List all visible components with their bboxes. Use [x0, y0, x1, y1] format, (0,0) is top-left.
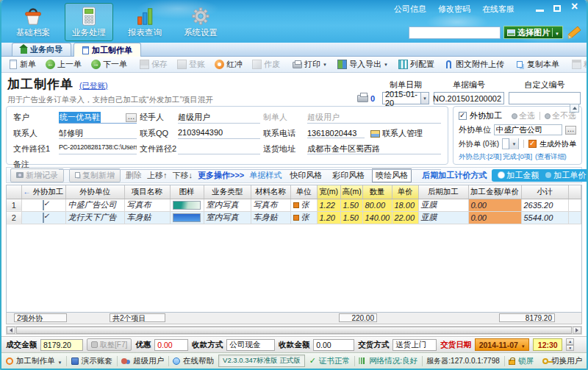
qq-value[interactable]: 2103944390	[178, 128, 260, 139]
phone-value[interactable]: 13618020443	[307, 129, 365, 138]
change-password-link[interactable]: 修改密码	[438, 4, 470, 15]
unit-cell[interactable]: 张	[290, 199, 317, 211]
image-search-input[interactable]	[409, 26, 501, 39]
unit-price-cell[interactable]: 18.00	[392, 199, 418, 211]
outsource-cell[interactable]	[21, 211, 65, 224]
dropdown-arrow-icon[interactable]	[509, 138, 518, 149]
post-processing-cell[interactable]: 亚膜	[418, 199, 468, 211]
toolbar-button[interactable]: 红冲	[211, 59, 248, 70]
column-header[interactable]: 项目名称	[124, 185, 170, 199]
thumbnail-image[interactable]	[173, 201, 201, 210]
current-user-item[interactable]: 超级用户	[121, 356, 164, 366]
minimize-button[interactable]	[536, 10, 544, 12]
column-header[interactable]: 数量	[362, 185, 392, 199]
height-cell[interactable]: 1.50	[340, 199, 362, 211]
company-info-link[interactable]: 公司信息	[394, 4, 426, 15]
online-help-item[interactable]: 在线帮助	[173, 356, 214, 366]
delivery-time-input[interactable]: 12:30	[533, 338, 562, 351]
outsource-checkbox[interactable]	[459, 112, 467, 120]
delivery-method-input[interactable]: 送货上门	[392, 339, 437, 351]
quantity-cell[interactable]: 80.00	[362, 199, 392, 211]
round-button[interactable]: 取整[F7]	[87, 338, 132, 351]
toolbar-button[interactable]: 列配置	[395, 59, 440, 70]
toolbar-button[interactable]: 登账	[173, 59, 211, 70]
customer-combo[interactable]: 统一优马鞋	[59, 112, 137, 124]
address-value[interactable]: 成都市金牛区蜀西路	[307, 143, 441, 154]
width-cell[interactable]: 1.20	[317, 211, 340, 224]
pay-amount-input[interactable]: 0.00	[313, 339, 354, 351]
pricing-radio[interactable]: 加工单价	[545, 170, 586, 181]
column-header[interactable]: 单价	[392, 185, 418, 199]
toolbar-button[interactable]: 图文附件上传	[440, 59, 510, 70]
custom-no-field[interactable]	[509, 92, 581, 104]
pay-method-input[interactable]: 公司现金	[226, 339, 275, 351]
posted-status-link[interactable]: (已登账)	[79, 81, 108, 91]
online-service-link[interactable]: 在线客服	[482, 4, 514, 15]
customer-value[interactable]: 统一优马鞋	[59, 112, 101, 123]
pricing-radio[interactable]: 加工金额	[498, 170, 539, 181]
width-cell[interactable]: 1.22	[317, 199, 340, 211]
view-detail-link[interactable]: (查看详细)	[535, 152, 567, 162]
spin-down-icon[interactable]	[566, 345, 574, 352]
toolbar-button[interactable]: 下一单	[87, 59, 133, 70]
toolbar-button[interactable]: 复制本单	[513, 59, 565, 70]
more-operations-button[interactable]: 更多操作>>>	[198, 170, 244, 181]
move-up-button[interactable]: 上移↑	[147, 170, 168, 181]
printer-icon[interactable]	[357, 95, 368, 102]
scrollbar-thumb[interactable]	[16, 327, 572, 334]
account-set-item[interactable]: 演示账套	[71, 356, 112, 366]
toolbar-button[interactable]: 打印 ▼	[289, 59, 331, 70]
post-processing-cell[interactable]: 亚膜	[418, 211, 468, 224]
column-header[interactable]: 加工金额/单价	[468, 185, 521, 199]
switch-user-button[interactable]: 切换用户	[542, 356, 582, 366]
ellipsis-button[interactable]	[565, 126, 576, 135]
nav-base-archives[interactable]: 基础档案	[9, 3, 57, 41]
path1-value[interactable]: PC-201208281738:C:\Users	[59, 143, 137, 154]
style-tab[interactable]: 彩印风格	[329, 169, 368, 182]
table-row[interactable]: 1 中盛广告公司 写真布 室内写真 写真布 张 1.22 1.50 80.00 …	[7, 199, 581, 211]
order-date-picker[interactable]: 2015-01-20	[382, 92, 429, 104]
image-cell[interactable]	[170, 199, 204, 211]
column-header[interactable]: 外协单位	[65, 185, 124, 199]
processing-amount-cell[interactable]: 0.00	[468, 199, 521, 211]
subtotal-cell[interactable]: 2635.20	[521, 199, 568, 211]
tab-processing-order[interactable]: 加工制作单	[74, 43, 141, 57]
quantity-cell[interactable]: 140.00	[362, 211, 392, 224]
delivery-date-picker[interactable]: 2014-11-07	[475, 338, 529, 351]
unit-price-cell[interactable]: 22.00	[392, 211, 418, 224]
processing-amount-cell[interactable]: 0.00	[468, 211, 521, 224]
path2-value[interactable]	[178, 143, 260, 154]
toolbar-button[interactable]: 作废	[248, 59, 286, 70]
doc-type-menu[interactable]: 加工制作单	[6, 356, 62, 366]
horizontal-scrollbar[interactable]	[6, 326, 582, 335]
discount-input[interactable]: 0.00	[154, 339, 188, 351]
contact-manage-button[interactable]: 联系人管理	[370, 128, 423, 139]
project-cell[interactable]: 车身贴	[124, 211, 170, 224]
toolbar-button[interactable]: 导入导出 ▼	[334, 59, 392, 70]
generate-checkbox[interactable]	[528, 140, 537, 148]
vendor-value[interactable]: 中盛广告公司	[494, 124, 562, 135]
column-header[interactable]: 外协加工	[21, 185, 65, 199]
move-down-button[interactable]: 下移↓	[173, 170, 193, 181]
nav-business-processing[interactable]: 业务处理	[65, 3, 113, 41]
business-type-cell[interactable]: 室内写真	[204, 211, 251, 224]
business-type-cell[interactable]: 室内写真	[204, 199, 251, 211]
toolbar-button[interactable]: 新单	[4, 59, 42, 70]
material-cell[interactable]: 车身贴	[251, 211, 290, 224]
vendor-cell[interactable]: 中盛广告公司	[65, 199, 124, 211]
material-cell[interactable]: 写真布	[251, 199, 290, 211]
close-button[interactable]	[570, 4, 579, 13]
calendar-dropdown-icon[interactable]	[420, 93, 429, 104]
tab-business-wizard[interactable]: 业务向导	[12, 43, 71, 56]
toolbar-button[interactable]: 保存	[136, 59, 173, 70]
table-row[interactable]: 2 龙行天下广告 车身贴 室内写真 车身贴 张 1.20 1.50 140.00…	[7, 211, 581, 224]
subtotal-cell[interactable]: 5544.00	[521, 211, 568, 224]
image-cell[interactable]	[170, 211, 204, 224]
nav-system-settings[interactable]: 系统设置	[176, 3, 225, 41]
column-header[interactable]: 图样	[170, 185, 204, 199]
note-value[interactable]	[59, 159, 441, 170]
column-header[interactable]: 小计	[521, 185, 568, 199]
copy-add-button[interactable]: 复制新增	[69, 168, 121, 182]
select-all-button[interactable]: 全选	[512, 110, 535, 121]
outsource-order-combo[interactable]	[502, 138, 519, 149]
